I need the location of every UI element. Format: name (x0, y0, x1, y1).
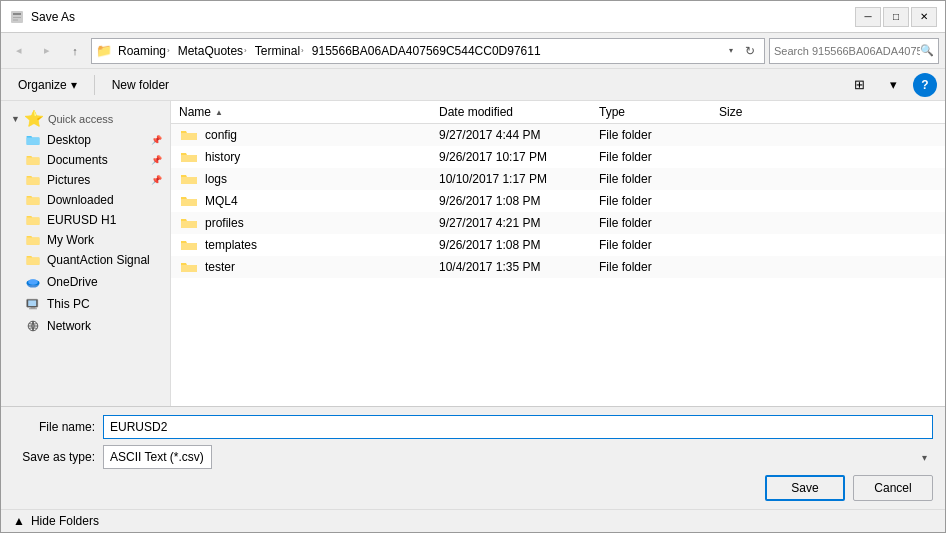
filetype-row: Save as type: ASCII Text (*.csv) (13, 445, 933, 469)
folder-icon (179, 149, 199, 165)
col-date-header[interactable]: Date modified (439, 105, 599, 119)
sidebar-item-eurusdh1[interactable]: EURUSD H1 (1, 210, 170, 230)
filetype-select[interactable]: ASCII Text (*.csv) (103, 445, 212, 469)
quantaction-folder-icon (25, 253, 41, 267)
svg-rect-24 (181, 199, 197, 206)
sidebar-item-quantaction[interactable]: QuantAction Signal (1, 250, 170, 270)
table-row[interactable]: MQL4 9/26/2017 1:08 PM File folder (171, 190, 945, 212)
quick-access-collapse-icon: ▼ (11, 114, 20, 124)
addr-roaming[interactable]: Roaming › (115, 43, 173, 59)
thispc-section: This PC (1, 294, 170, 314)
save-as-dialog: Save As ─ □ ✕ ◂ ▸ ↑ 📁 Roaming › MetaQu (0, 0, 946, 533)
sidebar-item-pictures[interactable]: Pictures 📌 (1, 170, 170, 190)
view-button[interactable]: ⊞ (845, 73, 873, 97)
search-bar[interactable]: 🔍 (769, 38, 939, 64)
file-cell-date: 10/4/2017 1:35 PM (439, 260, 599, 274)
svg-rect-27 (181, 265, 197, 272)
file-cell-date: 10/10/2017 1:17 PM (439, 172, 599, 186)
svg-rect-4 (27, 138, 40, 145)
svg-rect-22 (181, 155, 197, 162)
sidebar-item-downloaded[interactable]: Downloaded (1, 190, 170, 210)
col-type-header[interactable]: Type (599, 105, 719, 119)
sidebar-item-mywork[interactable]: My Work (1, 230, 170, 250)
help-button[interactable]: ? (913, 73, 937, 97)
sidebar-item-documents[interactable]: Documents 📌 (1, 150, 170, 170)
folder-icon-small: 📁 (96, 43, 112, 58)
table-row[interactable]: tester 10/4/2017 1:35 PM File folder (171, 256, 945, 278)
addr-guid[interactable]: 915566BA06ADA407569C544CC0D97611 (309, 43, 544, 59)
hide-folders-bar[interactable]: ▲ Hide Folders (1, 509, 945, 532)
bottom-actions: Save Cancel (13, 475, 933, 501)
new-folder-button[interactable]: New folder (103, 73, 178, 97)
addr-metaquotes[interactable]: MetaQuotes › (175, 43, 250, 59)
filename-label: File name: (13, 420, 103, 434)
cancel-button[interactable]: Cancel (853, 475, 933, 501)
svg-rect-21 (181, 133, 197, 140)
pictures-folder-icon (25, 173, 41, 187)
file-cell-name: profiles (179, 215, 439, 231)
hide-folders-icon: ▲ (13, 514, 25, 528)
sidebar-item-network[interactable]: Network (1, 316, 170, 336)
back-icon: ◂ (16, 44, 22, 57)
folder-icon (179, 171, 199, 187)
search-input[interactable] (774, 45, 920, 57)
view-icon: ⊞ (854, 77, 865, 92)
navigation-bar: ◂ ▸ ↑ 📁 Roaming › MetaQuotes › Terminal (1, 33, 945, 69)
file-cell-name: templates (179, 237, 439, 253)
title-bar: Save As ─ □ ✕ (1, 1, 945, 33)
filetype-label: Save as type: (13, 450, 103, 464)
up-button[interactable]: ↑ (63, 39, 87, 63)
forward-button[interactable]: ▸ (35, 39, 59, 63)
sidebar-item-onedrive[interactable]: OneDrive (1, 272, 170, 292)
title-text: Save As (31, 10, 855, 24)
folder-icon (179, 215, 199, 231)
organize-dropdown-icon: ▾ (71, 78, 77, 92)
addr-terminal[interactable]: Terminal › (252, 43, 307, 59)
file-name: logs (205, 172, 227, 186)
table-row[interactable]: history 9/26/2017 10:17 PM File folder (171, 146, 945, 168)
folder-icon (179, 127, 199, 143)
filename-input[interactable] (103, 415, 933, 439)
toolbar: Organize ▾ New folder ⊞ ▾ ? (1, 69, 945, 101)
sidebar-item-thispc[interactable]: This PC (1, 294, 170, 314)
sidebar-item-desktop[interactable]: Desktop 📌 (1, 130, 170, 150)
table-row[interactable]: templates 9/26/2017 1:08 PM File folder (171, 234, 945, 256)
svg-rect-1 (13, 13, 21, 15)
search-icon: 🔍 (920, 44, 934, 57)
file-cell-type: File folder (599, 260, 719, 274)
svg-rect-6 (27, 178, 40, 185)
svg-rect-25 (181, 221, 197, 228)
col-size-header[interactable]: Size (719, 105, 799, 119)
file-name: config (205, 128, 237, 142)
toolbar-right: ⊞ ▾ ? (845, 73, 937, 97)
file-cell-name: config (179, 127, 439, 143)
address-dropdown-icon[interactable]: ▾ (725, 46, 737, 55)
save-button[interactable]: Save (765, 475, 845, 501)
minimize-button[interactable]: ─ (855, 7, 881, 27)
back-button[interactable]: ◂ (7, 39, 31, 63)
quick-access-header[interactable]: ▼ ⭐ Quick access (1, 105, 170, 130)
file-cell-date: 9/27/2017 4:21 PM (439, 216, 599, 230)
table-row[interactable]: logs 10/10/2017 1:17 PM File folder (171, 168, 945, 190)
file-name: profiles (205, 216, 244, 230)
svg-rect-7 (27, 198, 40, 205)
file-cell-name: MQL4 (179, 193, 439, 209)
maximize-button[interactable]: □ (883, 7, 909, 27)
col-name-header[interactable]: Name ▲ (179, 105, 439, 119)
file-cell-type: File folder (599, 216, 719, 230)
refresh-button[interactable]: ↻ (740, 41, 760, 61)
view-dropdown-button[interactable]: ▾ (879, 73, 907, 97)
network-section: Network (1, 316, 170, 336)
pin-icon-pictures: 📌 (151, 175, 162, 185)
sort-asc-icon: ▲ (215, 108, 223, 117)
table-row[interactable]: config 9/27/2017 4:44 PM File folder (171, 124, 945, 146)
toolbar-separator (94, 75, 95, 95)
file-cell-type: File folder (599, 172, 719, 186)
organize-button[interactable]: Organize ▾ (9, 73, 86, 97)
address-bar[interactable]: 📁 Roaming › MetaQuotes › Terminal › 9155… (91, 38, 765, 64)
file-cell-date: 9/26/2017 1:08 PM (439, 194, 599, 208)
svg-rect-23 (181, 177, 197, 184)
close-button[interactable]: ✕ (911, 7, 937, 27)
eurusdh1-folder-icon (25, 213, 41, 227)
table-row[interactable]: profiles 9/27/2017 4:21 PM File folder (171, 212, 945, 234)
